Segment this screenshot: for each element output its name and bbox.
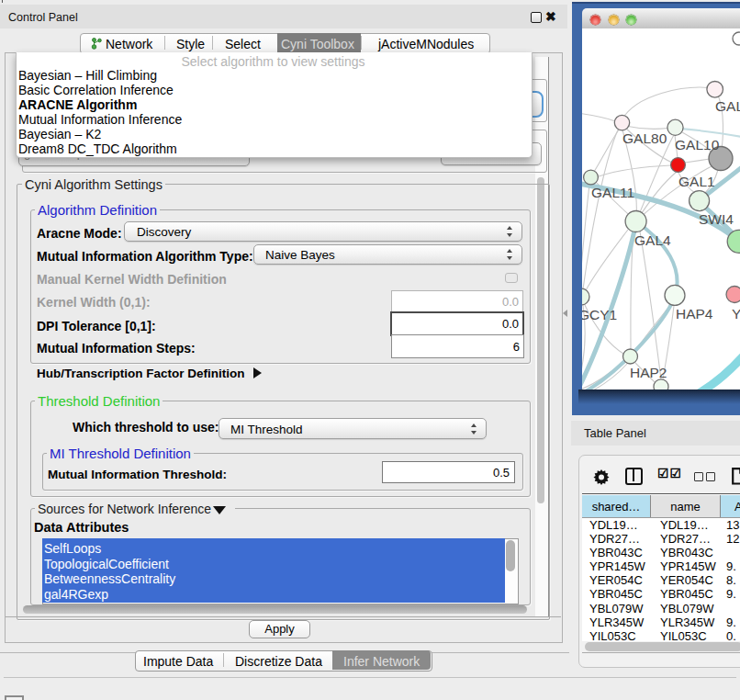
svg-text:GAL80: GAL80	[622, 130, 667, 146]
svg-text:GAL10: GAL10	[675, 137, 720, 152]
svg-text:SWI4: SWI4	[699, 211, 734, 227]
svg-text:HAP2: HAP2	[630, 365, 667, 380]
svg-text:GCY1: GCY1	[582, 307, 617, 322]
svg-text:GAL11: GAL11	[591, 185, 634, 200]
svg-text:GAL1: GAL1	[678, 174, 715, 189]
svg-text:GAL4: GAL4	[634, 232, 671, 248]
svg-text:GAL2: GAL2	[715, 98, 740, 114]
svg-text:Y: Y	[732, 306, 740, 322]
svg-text:HAP4: HAP4	[676, 306, 713, 322]
